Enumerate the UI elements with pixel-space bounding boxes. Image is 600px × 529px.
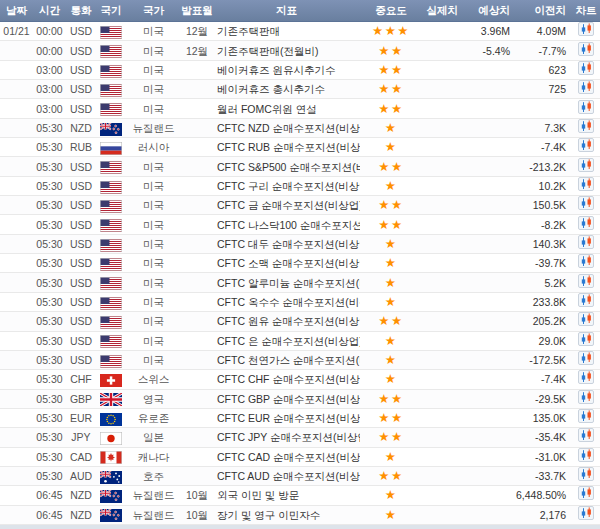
chart-button[interactable] — [578, 351, 594, 365]
chart-button[interactable] — [578, 61, 594, 75]
chart-button[interactable] — [578, 100, 594, 114]
indicator-label[interactable]: 기존주택판매 — [213, 22, 360, 41]
chart-button[interactable] — [578, 42, 594, 56]
event-row[interactable]: 03:00USD미국베이커휴즈 총시추기수★★725 — [0, 80, 600, 99]
chart-button[interactable] — [578, 312, 594, 326]
event-row[interactable]: 05:30USD미국CFTC 금 순매수포지션(비상업)★★150.5K — [0, 196, 600, 215]
indicator-label[interactable]: 베이커휴즈 총시추기수 — [213, 80, 360, 99]
event-row[interactable]: 00:00USD미국12월기존주택판매(전월비)★★-5.4%-7.7% — [0, 41, 600, 60]
event-row[interactable]: 05:30NZD뉴질랜드CFTC NZD 순매수포지션(비상업)★7.3K — [0, 119, 600, 138]
chart-button[interactable] — [578, 196, 594, 210]
importance-star-icons: ★ — [385, 237, 398, 251]
chart-button[interactable] — [578, 119, 594, 133]
indicator-label[interactable]: CFTC 옥수수 순매수포지션(비상업) — [213, 293, 360, 312]
indicator-label[interactable]: CFTC JPY 순매수포지션(비상업) — [213, 428, 360, 447]
indicator-label[interactable]: CFTC 금 순매수포지션(비상업) — [213, 196, 360, 215]
indicator-label[interactable]: CFTC NZD 순매수포지션(비상업) — [213, 119, 360, 138]
event-row[interactable]: 05:30CHF스위스CFTC CHF 순매수포지션(비상업)★-7.4K — [0, 370, 600, 389]
currency-cell: USD — [66, 312, 96, 331]
chart-button[interactable] — [578, 274, 594, 288]
chart-button[interactable] — [578, 158, 594, 172]
indicator-label[interactable]: CFTC EUR 순매수포지션(비상업) — [213, 409, 360, 428]
indicator-label[interactable]: CFTC 원유 순매수포지션(비상업) — [213, 312, 360, 331]
flag-cell — [96, 138, 126, 157]
indicator-label[interactable]: CFTC 대두 순매수포지션(비상업) — [213, 235, 360, 254]
event-row[interactable]: 03:00USD미국월러 FOMC위원 연설★★ — [0, 99, 600, 118]
indicator-label[interactable]: 베이커휴즈 원유시추기수 — [213, 61, 360, 80]
indicator-label[interactable]: CFTC CAD 순매수포지션(비상업) — [213, 448, 360, 467]
event-row[interactable]: 05:30USD미국CFTC 옥수수 순매수포지션(비상업)★233.8K — [0, 293, 600, 312]
chart-button[interactable] — [578, 332, 594, 346]
chart-button[interactable] — [578, 216, 594, 230]
event-row[interactable]: 01/2100:00USD미국12월기존주택판매★★★3.96M4.09M — [0, 22, 600, 41]
indicator-label[interactable]: CFTC CHF 순매수포지션(비상업) — [213, 370, 360, 389]
indicator-label[interactable]: CFTC 구리 순매수포지션(비상업) — [213, 177, 360, 196]
flag-cell — [96, 42, 126, 61]
indicator-label[interactable]: CFTC 천연가스 순매수포지션(비상업) — [213, 351, 360, 370]
event-row[interactable]: 06:45NZD뉴질랜드10월외국 이민 및 방문★6,448.50% — [0, 486, 600, 505]
indicator-label[interactable]: CFTC 알루미늄 순매수포지션(비상업) — [213, 274, 360, 293]
chart-button[interactable] — [578, 293, 594, 307]
chart-button[interactable] — [578, 22, 594, 36]
indicator-label[interactable]: 기존주택판매(전월비) — [213, 42, 360, 61]
indicator-label[interactable]: CFTC 나스닥100 순매수포지션(비상업) — [213, 216, 360, 235]
event-row[interactable]: 05:30RUB러시아CFTC RUB 순매수포지션(비상업)★-7.4K — [0, 138, 600, 157]
indicator-label[interactable]: CFTC AUD 순매수포지션(비상업) — [213, 467, 360, 486]
indicator-label[interactable]: 외국 이민 및 방문 — [213, 486, 360, 505]
indicator-label[interactable]: CFTC RUB 순매수포지션(비상업) — [213, 138, 360, 157]
chart-button[interactable] — [578, 177, 594, 191]
event-row[interactable]: 05:30USD미국CFTC 구리 순매수포지션(비상업)★10.2K — [0, 177, 600, 196]
importance-star-icons: ★ — [385, 372, 398, 386]
chart-button[interactable] — [578, 235, 594, 249]
chart-button[interactable] — [578, 138, 594, 152]
event-row[interactable]: 05:30JPY일본CFTC JPY 순매수포지션(비상업)★★-35.4K — [0, 428, 600, 447]
time-cell: 00:00 — [33, 22, 66, 41]
chart-button[interactable] — [578, 409, 594, 423]
event-row[interactable]: 05:30AUD호주CFTC AUD 순매수포지션(비상업)★★-33.7K — [0, 467, 600, 486]
chart-button[interactable] — [578, 254, 594, 268]
release-month-cell: 12월 — [181, 42, 213, 61]
flag-us-icon — [100, 277, 122, 290]
chart-button[interactable] — [578, 467, 594, 481]
event-row[interactable]: 05:30GBP영국CFTC GBP 순매수포지션(비상업)★★-29.5K — [0, 390, 600, 409]
indicator-label[interactable]: CFTC S&P500 순매수포지션(비상업) — [213, 158, 360, 177]
event-row[interactable]: 05:30USD미국CFTC 나스닥100 순매수포지션(비상업)★★-8.2K — [0, 215, 600, 234]
event-row[interactable]: 05:30USD미국CFTC 은 순매수포지션(비상업)★29.0K — [0, 332, 600, 351]
event-row[interactable]: 05:30USD미국CFTC 알루미늄 순매수포지션(비상업)★5.2K — [0, 273, 600, 292]
flag-cell — [96, 332, 126, 351]
event-row[interactable]: 03:00USD미국베이커휴즈 원유시추기수★★623 — [0, 61, 600, 80]
indicator-label[interactable]: CFTC GBP 순매수포지션(비상업) — [213, 390, 360, 409]
event-row[interactable]: 05:30USD미국CFTC 천연가스 순매수포지션(비상업)★-172.5K — [0, 351, 600, 370]
event-row[interactable]: 06:45NZD뉴질랜드10월장기 및 영구 이민자수★2,176 — [0, 506, 600, 525]
indicator-label[interactable]: 월러 FOMC위원 연설 — [213, 100, 360, 119]
time-cell: 05:30 — [33, 409, 66, 428]
indicator-label[interactable]: CFTC 은 순매수포지션(비상업) — [213, 332, 360, 351]
country-cell: 미국 — [126, 312, 181, 331]
event-row[interactable]: 05:30USD미국CFTC 소맥 순매수포지션(비상업)★-39.7K — [0, 254, 600, 273]
importance-star-icons: ★ — [385, 334, 398, 348]
chart-button[interactable] — [578, 506, 594, 520]
chart-button[interactable] — [578, 448, 594, 462]
time-cell: 05:30 — [33, 196, 66, 215]
indicator-label[interactable]: 장기 및 영구 이민자수 — [213, 506, 360, 525]
importance-star-icons: ★★ — [378, 411, 403, 425]
event-row[interactable]: 05:30USD미국CFTC S&P500 순매수포지션(비상업)★★-213.… — [0, 157, 600, 176]
indicator-label[interactable]: CFTC 소맥 순매수포지션(비상업) — [213, 254, 360, 273]
event-row[interactable]: 05:30USD미국CFTC 원유 순매수포지션(비상업)★★205.2K — [0, 312, 600, 331]
chart-button[interactable] — [578, 370, 594, 384]
chart-button[interactable] — [578, 428, 594, 442]
flag-cell — [96, 409, 126, 428]
flag-cell — [96, 61, 126, 80]
chart-button[interactable] — [578, 486, 594, 500]
event-row[interactable]: 05:30USD미국CFTC 대두 순매수포지션(비상업)★140.3K — [0, 235, 600, 254]
chart-cell — [572, 158, 600, 177]
event-row[interactable]: 05:30CAD캐나다CFTC CAD 순매수포지션(비상업)★-31.0K — [0, 448, 600, 467]
time-cell: 05:30 — [33, 467, 66, 486]
chart-button[interactable] — [578, 390, 594, 404]
flag-us-icon — [100, 26, 122, 39]
candlestick-icon — [580, 217, 593, 229]
time-cell: 03:00 — [33, 100, 66, 119]
country-cell: 뉴질랜드 — [126, 506, 181, 525]
event-row[interactable]: 05:30EUR유로존CFTC EUR 순매수포지션(비상업)★★135.0K — [0, 409, 600, 428]
chart-button[interactable] — [578, 80, 594, 94]
